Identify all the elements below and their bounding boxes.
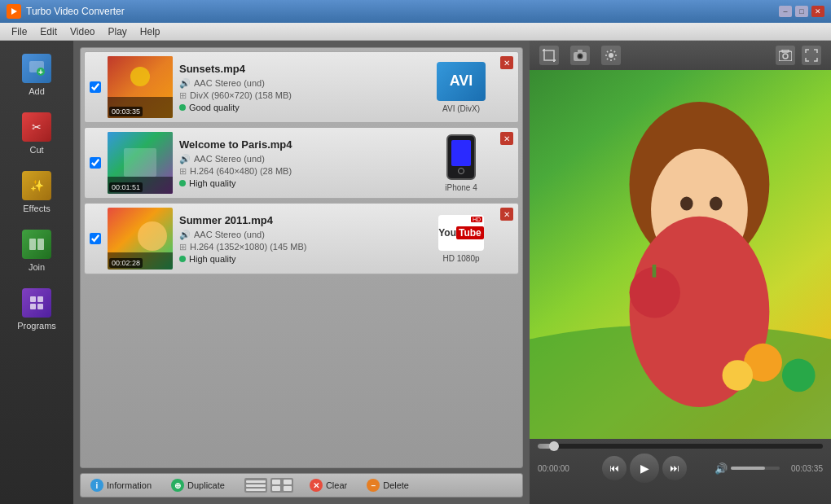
file-res-1: ⊞ DivX (960×720) (158 MB) (179, 90, 422, 101)
playback-row: 00:00:00 ⏮ ▶ ⏭ 🔊 00:03:35 (538, 454, 823, 483)
menu-play[interactable]: Play (102, 24, 134, 39)
restore-button[interactable]: □ (795, 6, 808, 17)
file-duration-3: 00:02:28 (109, 258, 143, 268)
volume-icon[interactable]: 🔊 (714, 462, 728, 475)
format-label-1: AVI (DivX) (442, 104, 480, 113)
file-audio-3: 🔊 AAC Stereo (und) (179, 230, 422, 240)
svg-point-57 (710, 196, 723, 210)
duplicate-icon: ⊕ (171, 479, 184, 492)
preview-camera-icon[interactable] (570, 46, 590, 65)
iphone-screen (451, 140, 471, 166)
svg-text:✂: ✂ (32, 121, 42, 134)
svg-rect-23 (246, 480, 266, 483)
menu-bar: File Edit Video Play Help (0, 23, 831, 41)
preview-video-frame (530, 70, 831, 439)
clear-button[interactable]: ✕ Clear (306, 477, 350, 493)
svg-rect-25 (246, 489, 266, 491)
file-name-2: Welcome to Paris.mp4 (179, 138, 422, 151)
clear-icon: ✕ (310, 479, 323, 492)
svg-rect-31 (544, 50, 554, 60)
svg-rect-39 (578, 50, 583, 53)
file-close-2[interactable]: ✕ (500, 132, 513, 145)
svg-rect-28 (284, 480, 292, 484)
view-toggle (244, 478, 293, 493)
title-bar: Turbo Video Converter – □ ✕ (0, 0, 831, 23)
information-button[interactable]: i Information (87, 477, 155, 493)
file-checkbox-2[interactable] (90, 157, 101, 169)
file-quality-3: High quality (179, 254, 422, 264)
app-icon (7, 4, 21, 19)
playback-controls: ⏮ ▶ ⏭ (581, 454, 708, 483)
table-row[interactable]: 00:03:35 Sunsets.mp4 🔊 AAC Stereo (und) … (84, 51, 519, 123)
svg-rect-10 (37, 296, 43, 302)
sidebar: + Add ✂ Cut ✨ Effects (0, 41, 73, 504)
volume-area: 🔊 (714, 462, 780, 475)
svg-point-38 (578, 55, 582, 58)
cut-icon: ✂ (22, 112, 51, 142)
sidebar-item-cut[interactable]: ✂ Cut (7, 106, 66, 161)
file-info-2: Welcome to Paris.mp4 🔊 AAC Stereo (und) … (179, 138, 422, 188)
file-info-3: Summer 2011.mp4 🔊 AAC Stereo (und) ⊞ H.2… (179, 214, 422, 264)
svg-point-20 (138, 221, 167, 251)
time-total: 00:03:35 (786, 464, 823, 473)
preview-brightness-icon[interactable] (601, 46, 621, 65)
menu-help[interactable]: Help (134, 24, 167, 39)
file-close-1[interactable]: ✕ (500, 56, 513, 69)
svg-rect-30 (284, 486, 292, 491)
sidebar-item-add[interactable]: + Add (7, 47, 66, 103)
file-checkbox-3[interactable] (90, 233, 101, 244)
rewind-button[interactable]: ⏮ (602, 456, 627, 480)
list-view-icon[interactable] (244, 478, 267, 493)
volume-fill (731, 467, 765, 470)
avi-format-icon: AVI (437, 62, 486, 101)
menu-video[interactable]: Video (64, 24, 101, 39)
main-layout: + Add ✂ Cut ✨ Effects (0, 41, 831, 504)
timeline-handle[interactable] (549, 441, 559, 451)
file-name-1: Sunsets.mp4 (179, 63, 422, 75)
sidebar-item-join[interactable]: Join (7, 223, 66, 278)
programs-icon (22, 288, 51, 318)
file-thumbnail-3: 00:02:28 (108, 208, 173, 270)
timeline[interactable] (538, 444, 823, 449)
file-audio-2: 🔊 AAC Stereo (und) (179, 154, 422, 164)
fast-forward-button[interactable]: ⏭ (662, 456, 687, 480)
svg-rect-17 (124, 148, 156, 177)
play-button[interactable]: ▶ (630, 454, 659, 483)
svg-rect-11 (30, 304, 36, 309)
format-label-2: iPhone 4 (445, 183, 477, 192)
format-label-3: HD 1080p (442, 254, 479, 263)
sidebar-item-effects[interactable]: ✨ Effects (7, 164, 66, 220)
file-close-3[interactable]: ✕ (500, 208, 513, 221)
join-icon (22, 230, 51, 259)
menu-edit[interactable]: Edit (33, 24, 64, 39)
table-row[interactable]: 00:01:51 Welcome to Paris.mp4 🔊 AAC Ster… (84, 127, 519, 199)
preview-crop-icon[interactable] (539, 46, 559, 65)
duplicate-button[interactable]: ⊕ Duplicate (168, 477, 228, 493)
file-format-2: iPhone 4 (429, 134, 494, 192)
file-thumbnail-2: 00:01:51 (108, 132, 173, 194)
youtube-format-icon: HD YouTube (438, 215, 484, 251)
menu-file[interactable]: File (5, 24, 33, 39)
svg-line-46 (614, 59, 615, 59)
close-button[interactable]: ✕ (811, 6, 824, 17)
minimize-button[interactable]: – (779, 6, 792, 17)
programs-label: Programs (17, 321, 56, 331)
file-format-1: AVI AVI (DivX) (429, 62, 494, 113)
volume-slider[interactable] (731, 467, 780, 470)
svg-point-50 (783, 54, 788, 59)
delete-button[interactable]: – Delete (363, 477, 412, 493)
preview-controls: 00:00:00 ⏮ ▶ ⏭ 🔊 00:03:35 (530, 439, 831, 504)
file-info-1: Sunsets.mp4 🔊 AAC Stereo (und) ⊞ DivX (9… (179, 63, 422, 112)
cut-label: Cut (29, 145, 43, 155)
file-checkbox-1[interactable] (90, 81, 101, 93)
svg-point-63 (723, 360, 753, 390)
preview-area: 00:00:00 ⏮ ▶ ⏭ 🔊 00:03:35 (530, 41, 831, 504)
grid-view-icon[interactable] (270, 478, 293, 493)
svg-text:✨: ✨ (30, 179, 45, 193)
table-row[interactable]: 00:02:28 Summer 2011.mp4 🔊 AAC Stereo (u… (84, 203, 519, 274)
preview-snapshot-icon[interactable] (776, 46, 795, 65)
preview-fullscreen-icon[interactable] (802, 46, 821, 65)
sidebar-item-programs[interactable]: Programs (7, 282, 66, 337)
file-thumbnail-1: 00:03:35 (108, 56, 173, 118)
file-quality-1: Good quality (179, 103, 422, 112)
